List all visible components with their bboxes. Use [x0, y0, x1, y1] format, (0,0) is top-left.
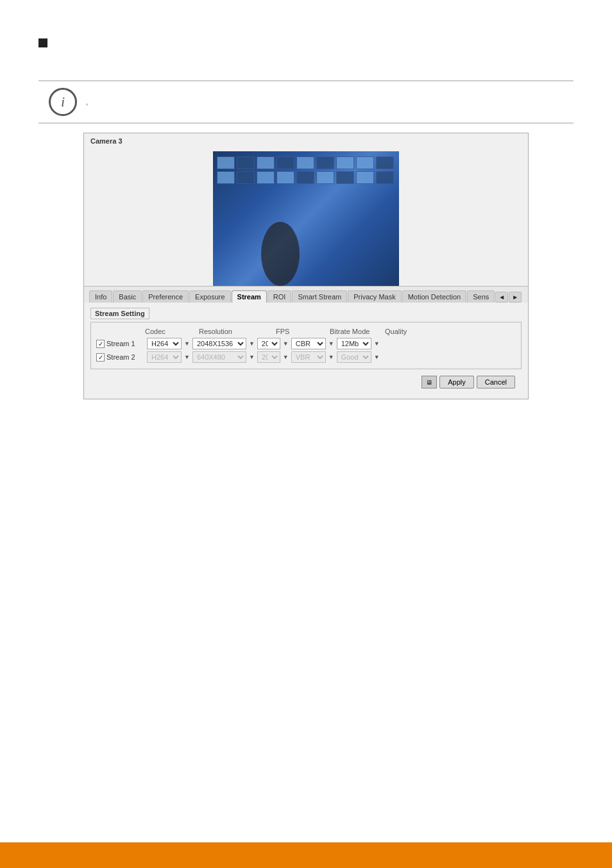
stream-row-1: ✓ Stream 1 H264 ▼ 2048X1536 ▼ 20 ▼ CBR	[96, 338, 516, 349]
monitor-cell	[296, 156, 314, 169]
default-icon-glyph: 🖥	[426, 379, 432, 386]
stream1-quality-arrow: ▼	[374, 340, 380, 347]
stream2-checkbox[interactable]: ✓	[96, 353, 105, 362]
monitor-cell	[237, 171, 255, 184]
stream1-fps-arrow: ▼	[283, 340, 289, 347]
stream-setting-legend: Stream Setting	[90, 308, 149, 319]
stream1-bitrate-arrow: ▼	[328, 340, 334, 347]
monitor-cell	[336, 171, 354, 184]
stream1-bitrate-mode-select[interactable]: CBR	[291, 338, 326, 349]
stream2-resolution-select[interactable]: 640X480	[192, 351, 246, 363]
dialog-actions: 🖥 Apply Cancel	[90, 369, 522, 394]
tab-nav-next[interactable]: ►	[509, 292, 522, 303]
tab-basic[interactable]: Basic	[113, 290, 142, 303]
stream1-quality-select[interactable]: 12Mbps	[337, 338, 371, 349]
camera-preview-wrapper	[84, 147, 528, 286]
tab-sens[interactable]: Sens	[467, 290, 495, 303]
tab-nav-prev[interactable]: ◄	[495, 292, 508, 303]
stream1-resolution-select[interactable]: 2048X1536	[192, 338, 246, 349]
monitor-cell	[237, 156, 255, 169]
tab-bar: Info Basic Preference Exposure Stream RO…	[84, 286, 528, 303]
stream1-label: ✓ Stream 1	[96, 340, 145, 348]
monitor-cell	[316, 171, 334, 184]
apply-button[interactable]: Apply	[439, 376, 474, 388]
tab-preference[interactable]: Preference	[142, 290, 189, 303]
monitor-cell	[356, 156, 374, 169]
monitor-cell	[296, 171, 314, 184]
header-bitrate-mode: Bitrate Mode	[325, 328, 382, 335]
stream1-checkbox[interactable]: ✓	[96, 340, 105, 348]
monitor-cell	[356, 171, 374, 184]
monitor-cell	[257, 156, 275, 169]
monitor-cell	[316, 156, 334, 169]
info-note-text: ,	[86, 98, 88, 106]
tab-privacy-mask[interactable]: Privacy Mask	[348, 290, 401, 303]
stream-headers: Codec Resolution FPS Bitrate Mode Qualit…	[96, 328, 516, 335]
tab-exposure[interactable]: Exposure	[189, 290, 230, 303]
header-quality: Quality	[382, 328, 427, 335]
stream1-fps-select[interactable]: 20	[257, 338, 280, 349]
stream2-codec-select[interactable]: H264	[147, 351, 182, 363]
tab-smart-stream[interactable]: Smart Stream	[292, 290, 347, 303]
cancel-button[interactable]: Cancel	[477, 376, 515, 388]
monitor-cell	[257, 171, 275, 184]
default-icon-button[interactable]: 🖥	[421, 376, 437, 388]
stream2-bitrate-arrow: ▼	[328, 354, 334, 360]
stream2-codec-arrow: ▼	[184, 354, 190, 360]
bottom-orange-bar	[0, 842, 612, 868]
tab-roi[interactable]: ROI	[268, 290, 292, 303]
stream2-quality-select[interactable]: Good	[337, 351, 371, 363]
stream-setting-area: Stream Setting Codec Resolution FPS Bitr…	[84, 303, 528, 399]
stream2-label-text: Stream 2	[106, 353, 135, 361]
stream2-label: ✓ Stream 2	[96, 353, 145, 362]
header-fps: FPS	[267, 328, 325, 335]
info-icon: i	[49, 88, 77, 116]
monitor-cell	[376, 156, 394, 169]
monitor-cell	[336, 156, 354, 169]
stream2-res-arrow: ▼	[249, 354, 255, 360]
tab-stream[interactable]: Stream	[232, 290, 267, 303]
monitor-cell	[217, 156, 235, 169]
monitor-cell	[276, 156, 294, 169]
stream2-fps-arrow: ▼	[283, 354, 289, 360]
stream1-codec-arrow: ▼	[184, 340, 190, 347]
stream2-bitrate-mode-select[interactable]: VBR	[291, 351, 326, 363]
stream2-fps-select[interactable]: 20	[257, 351, 280, 363]
stream-setting-box: Codec Resolution FPS Bitrate Mode Qualit…	[90, 322, 522, 369]
tab-info[interactable]: Info	[89, 290, 112, 303]
monitor-cell	[376, 171, 394, 184]
person-silhouette	[255, 222, 306, 286]
monitor-cell	[217, 171, 235, 184]
stream1-label-text: Stream 1	[106, 340, 135, 347]
stream2-quality-arrow: ▼	[374, 354, 380, 360]
camera-dialog-title: Camera 3	[84, 133, 528, 147]
header-resolution: Resolution	[196, 328, 267, 335]
monitor-grid	[213, 156, 399, 184]
camera-preview	[213, 151, 399, 286]
monitor-cell	[276, 171, 294, 184]
stream1-codec-select[interactable]: H264	[147, 338, 182, 349]
camera-dialog: Camera 3	[83, 133, 529, 399]
header-codec: Codec	[145, 328, 196, 335]
info-note: i ,	[38, 80, 574, 124]
tab-motion-detection[interactable]: Motion Detection	[402, 290, 467, 303]
stream-row-2: ✓ Stream 2 H264 ▼ 640X480 ▼ 20 ▼ VBR	[96, 351, 516, 363]
bullet-square	[38, 38, 47, 47]
stream1-res-arrow: ▼	[249, 340, 255, 347]
